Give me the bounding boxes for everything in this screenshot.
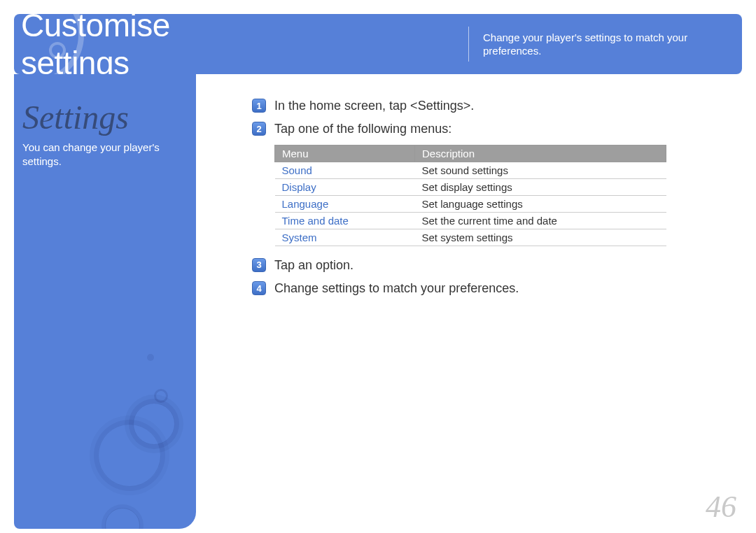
menu-cell: Display: [275, 178, 415, 195]
table-row: System Set system settings: [275, 229, 666, 246]
desc-cell: Set system settings: [415, 229, 666, 246]
page-number: 46: [706, 489, 736, 525]
step-text: Tap one of the following menus:: [274, 121, 451, 137]
sidebar-text: You can change your player's settings.: [22, 141, 176, 169]
desc-cell: Set sound settings: [415, 162, 666, 178]
header-subtitle: Change your player's settings to match y…: [483, 31, 721, 58]
step-badge-icon: 2: [252, 122, 266, 136]
sidebar: Settings You can change your player's se…: [14, 74, 196, 529]
menu-cell: Time and date: [275, 212, 415, 229]
deco-circle-icon: [105, 508, 140, 529]
step-text: In the home screen, tap <Settings>.: [274, 98, 474, 114]
menu-cell: Language: [275, 195, 415, 212]
step-text: Tap an option.: [274, 257, 354, 273]
table-row: Time and date Set the current time and d…: [275, 212, 666, 229]
deco-dot-icon: [147, 354, 154, 361]
step-badge-icon: 3: [252, 258, 266, 272]
menu-cell: Sound: [275, 162, 415, 178]
menu-cell: System: [275, 229, 415, 246]
desc-cell: Set display settings: [415, 178, 666, 195]
deco-circle-icon: [154, 389, 168, 403]
table-row: Display Set display settings: [275, 178, 666, 195]
table-row: Sound Set sound settings: [275, 162, 666, 178]
deco-circle-icon: [98, 424, 161, 487]
step-item: 1 In the home screen, tap <Settings>.: [252, 98, 714, 114]
sidebar-title: Settings: [22, 98, 176, 136]
header-title: Customise settings: [21, 6, 272, 82]
table-header-row: Menu Description: [275, 145, 666, 162]
step-badge-icon: 1: [252, 99, 266, 113]
page-header: Customise settings Change your player's …: [14, 14, 742, 74]
table-header: Description: [415, 145, 666, 162]
step-item: 2 Tap one of the following menus:: [252, 121, 714, 137]
step-text: Change settings to match your preference…: [274, 280, 519, 297]
desc-cell: Set language settings: [415, 195, 666, 212]
step-item: 4 Change settings to match your preferen…: [252, 280, 714, 297]
divider: [468, 27, 469, 62]
menu-table: Menu Description Sound Set sound setting…: [274, 145, 666, 246]
table-row: Language Set language settings: [275, 195, 666, 212]
step-badge-icon: 4: [252, 281, 266, 295]
table-header: Menu: [275, 145, 415, 162]
step-item: 3 Tap an option.: [252, 257, 714, 273]
desc-cell: Set the current time and date: [415, 212, 666, 229]
main-content: 1 In the home screen, tap <Settings>. 2 …: [252, 98, 714, 304]
